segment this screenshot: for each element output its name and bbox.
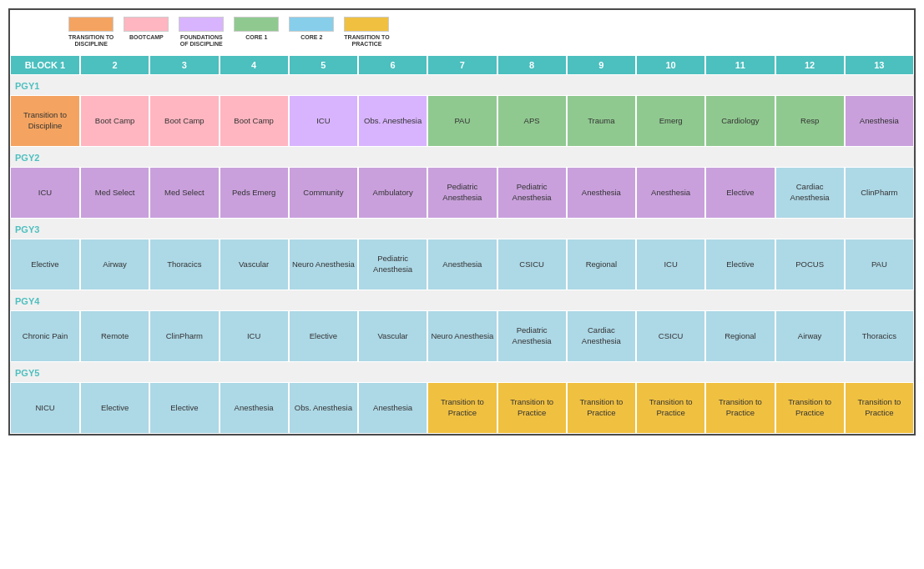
pgy1-section: PGY1Transition to DisciplineBoot CampBoo… — [10, 75, 914, 147]
legend-swatch — [179, 17, 224, 32]
pgy3-label-row: PGY3 — [10, 219, 914, 239]
pgy1-cell-2: Boot Camp — [80, 95, 149, 147]
pgy3-cell-13: PAU — [845, 239, 914, 290]
pgy1-cell-4: Boot Camp — [220, 95, 289, 147]
pgy4-cell-1: Chronic Pain — [10, 310, 80, 362]
legend-item: FOUNDATIONSOF DISCIPLINE — [179, 17, 224, 48]
pgy2-cell-5: Community — [289, 167, 358, 219]
pgy5-section: PGY5NICUElectiveElectiveAnesthesiaObs. A… — [10, 362, 914, 434]
pgy4-cell-11: Regional — [705, 310, 775, 362]
pgy1-cell-12: Resp — [775, 95, 845, 147]
pgy5-cell-11: Transition to Practice — [705, 382, 775, 434]
pgy3-cell-5: Neuro Anesthesia — [289, 239, 358, 290]
pgy4-cell-9: Cardiac Anesthesia — [567, 310, 636, 362]
pgy4-label: PGY4 — [15, 296, 39, 306]
pgy3-label: PGY3 — [15, 224, 39, 234]
legend: TRANSITION TODISCIPLINE BOOTCAMP FOUNDAT… — [68, 17, 390, 48]
pgy2-cell-6: Ambulatory — [358, 167, 427, 219]
pgy2-cell-11: Elective — [705, 167, 775, 219]
pgy1-cell-9: Trauma — [567, 95, 636, 147]
legend-item: TRANSITION TOPRACTICE — [344, 17, 389, 48]
pgy2-cell-8: Pediatric Anesthesia — [497, 167, 567, 219]
pgy5-cell-7: Transition to Practice — [427, 382, 497, 434]
pgy4-cell-12: Airway — [775, 310, 845, 362]
pgy4-row: Chronic PainRemoteClinPharmICUElectiveVa… — [10, 310, 914, 362]
legend-item: BOOTCAMP — [124, 17, 169, 41]
pgy4-cell-5: Elective — [289, 310, 358, 362]
pgy3-cell-11: Elective — [705, 239, 775, 290]
pgy5-cell-8: Transition to Practice — [497, 382, 567, 434]
pgy2-cell-10: Anesthesia — [636, 167, 705, 219]
legend-label: BOOTCAMP — [129, 34, 164, 41]
pgy1-cell-6: Obs. Anesthesia — [358, 95, 427, 147]
pgy3-cell-9: Regional — [567, 239, 636, 290]
pgy2-label: PGY2 — [15, 153, 39, 163]
pgy2-label-row: PGY2 — [10, 147, 914, 167]
pgy3-row: ElectiveAirwayThoracicsVascularNeuro Ane… — [10, 239, 914, 290]
pgy3-cell-6: Pediatric Anesthesia — [358, 239, 427, 290]
pgy1-row: Transition to DisciplineBoot CampBoot Ca… — [10, 95, 914, 147]
legend-item: CORE 2 — [289, 17, 334, 41]
pgy2-cell-3: Med Select — [149, 167, 219, 219]
legend-swatch — [68, 17, 114, 32]
pgy5-cell-13: Transition to Practice — [845, 382, 914, 434]
col-header-10: 10 — [636, 55, 705, 75]
pgy3-cell-8: CSICU — [497, 239, 567, 290]
pgy5-cell-5: Obs. Anesthesia — [289, 382, 358, 434]
pgy4-cell-6: Vascular — [358, 310, 427, 362]
pgy3-cell-3: Thoracics — [149, 239, 219, 290]
pgy2-cell-12: Cardiac Anesthesia — [775, 167, 845, 219]
pgy2-cell-2: Med Select — [80, 167, 149, 219]
col-header-8: 8 — [497, 55, 567, 75]
pgy2-cell-7: Pediatric Anesthesia — [427, 167, 497, 219]
pgy4-label-row: PGY4 — [10, 290, 914, 310]
col-header-2: 2 — [80, 55, 149, 75]
pgy4-cell-3: ClinPharm — [149, 310, 219, 362]
col-header-5: 5 — [289, 55, 358, 75]
pgy5-cell-9: Transition to Practice — [567, 382, 636, 434]
pgy4-cell-13: Thoracics — [845, 310, 914, 362]
pgy1-cell-1: Transition to Discipline — [10, 95, 80, 147]
pgy3-cell-12: POCUS — [775, 239, 845, 290]
col-header-6: 6 — [358, 55, 427, 75]
pgy3-section: PGY3ElectiveAirwayThoracicsVascularNeuro… — [10, 219, 914, 290]
pgy3-cell-10: ICU — [636, 239, 705, 290]
pgy3-cell-7: Anesthesia — [427, 239, 497, 290]
pgy5-label: PGY5 — [15, 368, 39, 378]
legend-swatch — [344, 17, 389, 32]
col-header-4: 4 — [220, 55, 289, 75]
pgy5-cell-6: Anesthesia — [358, 382, 427, 434]
pgy3-cell-4: Vascular — [220, 239, 289, 290]
pgy4-cell-7: Neuro Anesthesia — [427, 310, 497, 362]
pgy1-cell-10: Emerg — [636, 95, 705, 147]
col-header-11: 11 — [705, 55, 775, 75]
pgy5-cell-2: Elective — [80, 382, 149, 434]
legend-label: TRANSITION TODISCIPLINE — [68, 34, 114, 48]
pgy5-cell-3: Elective — [149, 382, 219, 434]
pgy2-row: ICUMed SelectMed SelectPeds EmergCommuni… — [10, 167, 914, 219]
pgy3-cell-2: Airway — [80, 239, 149, 290]
pgy2-cell-1: ICU — [10, 167, 80, 219]
pgy2-cell-4: Peds Emerg — [220, 167, 289, 219]
legend-swatch — [124, 17, 169, 32]
pgy1-cell-11: Cardiology — [705, 95, 775, 147]
pgy1-cell-3: Boot Camp — [149, 95, 219, 147]
pgy5-label-row: PGY5 — [10, 362, 914, 382]
pgy4-cell-8: Pediatric Anesthesia — [497, 310, 567, 362]
legend-label: TRANSITION TOPRACTICE — [344, 34, 389, 48]
pgy2-cell-13: ClinPharm — [845, 167, 914, 219]
pgy1-cell-8: APS — [497, 95, 567, 147]
pgy4-cell-2: Remote — [80, 310, 149, 362]
legend-label: CORE 1 — [245, 34, 267, 41]
pgy5-cell-4: Anesthesia — [220, 382, 289, 434]
schedule-container: TRANSITION TODISCIPLINE BOOTCAMP FOUNDAT… — [8, 8, 916, 436]
pgy1-cell-7: PAU — [427, 95, 497, 147]
col-header-3: 3 — [149, 55, 219, 75]
legend-item: TRANSITION TODISCIPLINE — [68, 17, 114, 48]
header: TRANSITION TODISCIPLINE BOOTCAMP FOUNDAT… — [10, 10, 914, 55]
legend-swatch — [289, 17, 334, 32]
pgy4-section: PGY4Chronic PainRemoteClinPharmICUElecti… — [10, 290, 914, 362]
pgy3-cell-1: Elective — [10, 239, 80, 290]
schedule-grid: BLOCK 12345678910111213 PGY1Transition t… — [10, 55, 914, 434]
pgy5-row: NICUElectiveElectiveAnesthesiaObs. Anest… — [10, 382, 914, 434]
